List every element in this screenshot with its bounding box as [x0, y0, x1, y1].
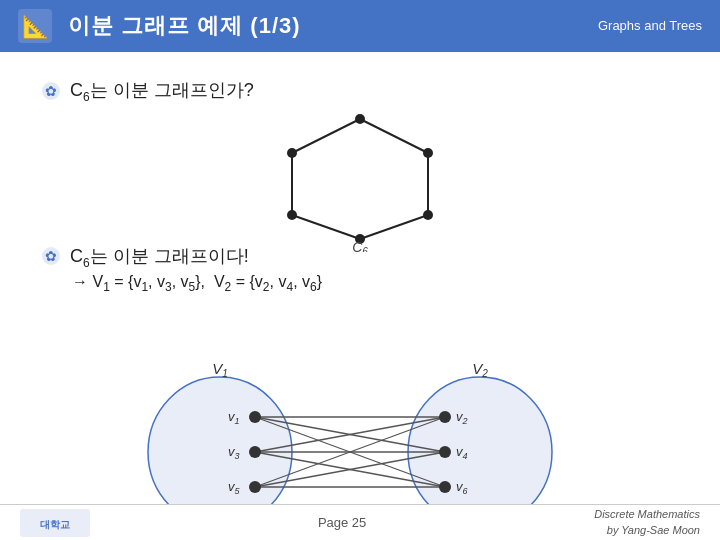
- main-content: ✿ C6는 이분 그래프인가? C6 ✿ C6는 이분 그래프이다!: [0, 52, 720, 540]
- svg-line-4: [360, 119, 428, 153]
- svg-point-15: [287, 148, 297, 158]
- svg-line-9: [292, 119, 360, 153]
- svg-text:V1: V1: [212, 360, 228, 379]
- page-title: 이분 그래프 예제 (1/3): [68, 11, 301, 41]
- svg-point-10: [355, 114, 365, 124]
- subtitle-line1: Graphs and Trees: [598, 18, 702, 33]
- header: 📐 이분 그래프 예제 (1/3) Graphs and Trees: [0, 0, 720, 52]
- page-number: Page 25: [318, 515, 366, 530]
- bullet-icon-1: ✿: [40, 80, 62, 102]
- svg-point-14: [287, 210, 297, 220]
- bullet-icon-2: ✿: [40, 245, 62, 267]
- header-logo-icon: 📐: [16, 7, 54, 45]
- svg-point-32: [249, 411, 261, 423]
- footer: 대학교 Page 25 Discrete Mathematics by Yang…: [0, 504, 720, 540]
- answer-text: C6는 이분 그래프이다!: [70, 244, 249, 270]
- svg-line-7: [292, 215, 360, 239]
- svg-point-34: [249, 481, 261, 493]
- university-logo-icon: 대학교: [20, 509, 90, 537]
- c6-hexagon-diagram: C6: [270, 107, 450, 252]
- svg-text:C6: C6: [352, 239, 368, 252]
- question-text: C6는 이분 그래프인가?: [70, 78, 254, 104]
- credit-line1: Discrete Mathematics: [594, 508, 700, 520]
- svg-point-38: [439, 411, 451, 423]
- svg-point-33: [249, 446, 261, 458]
- svg-point-12: [423, 210, 433, 220]
- svg-text:V2: V2: [472, 360, 488, 379]
- svg-text:✿: ✿: [45, 83, 57, 99]
- footer-logo: 대학교: [20, 509, 90, 537]
- arrow-row: → V1 = {v1, v3, v5}, V2 = {v2, v4, v6}: [72, 273, 680, 294]
- svg-point-39: [439, 446, 451, 458]
- footer-credit: Discrete Mathematics by Yang-Sae Moon: [594, 507, 700, 538]
- svg-text:✿: ✿: [45, 248, 57, 264]
- svg-text:대학교: 대학교: [40, 519, 70, 530]
- credit-line2: by Yang-Sae Moon: [607, 524, 700, 536]
- question-row: ✿ C6는 이분 그래프인가?: [40, 78, 680, 104]
- svg-text:📐: 📐: [22, 13, 50, 40]
- svg-point-11: [423, 148, 433, 158]
- svg-line-6: [360, 215, 428, 239]
- arrow-text: → V1 = {v1, v3, v5}, V2 = {v2, v4, v6}: [72, 273, 322, 290]
- header-subtitle: Graphs and Trees: [598, 17, 702, 35]
- svg-point-40: [439, 481, 451, 493]
